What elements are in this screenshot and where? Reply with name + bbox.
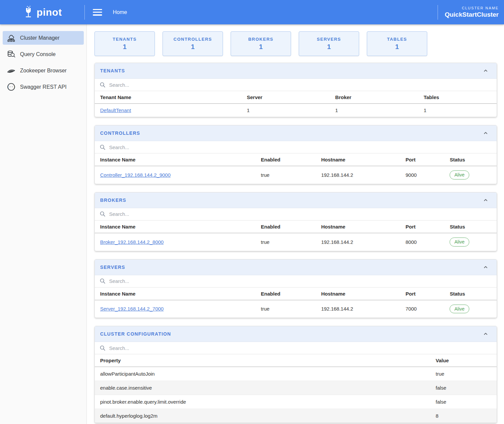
sidebar-item-query-console[interactable]: Query Console <box>3 47 84 61</box>
controller-instance-link[interactable]: Controller_192.168.144.2_9000 <box>100 172 171 178</box>
tenant-link[interactable]: DefaultTenant <box>100 107 131 113</box>
column-header: Enabled <box>256 288 316 300</box>
stat-value: 1 <box>123 43 127 51</box>
column-header: Enabled <box>256 153 316 166</box>
cell-enabled: true <box>256 166 316 184</box>
servers-table: Instance Name Enabled Hostname Port Stat… <box>95 288 497 318</box>
sidebar-item-label: Swagger REST API <box>20 84 66 90</box>
column-header: Status <box>444 153 497 166</box>
broker-instance-link[interactable]: Broker_192.168.144.2_8000 <box>100 239 164 245</box>
cluster-configuration-section: CLUSTER CONFIGURATION Property Value all… <box>94 326 497 423</box>
cell-hostname: 192.168.144.2 <box>316 233 400 251</box>
cell-enabled: true <box>256 300 316 318</box>
tenants-search-input[interactable] <box>109 82 492 88</box>
cell-hostname: 192.168.144.2 <box>316 300 400 318</box>
menu-hamburger-icon[interactable] <box>93 9 102 16</box>
table-header-row: Property Value <box>95 354 497 367</box>
stat-value: 1 <box>395 43 399 51</box>
column-header: Broker <box>330 91 418 104</box>
column-header: Tables <box>418 91 497 104</box>
stat-card-tables[interactable]: TABLES 1 <box>367 31 427 56</box>
cell-value: true <box>430 367 497 381</box>
status-badge: Alive <box>450 305 469 314</box>
column-header: Instance Name <box>95 288 256 300</box>
column-header: Status <box>444 288 497 300</box>
search-icon <box>99 345 106 351</box>
tenants-section-header[interactable]: TENANTS <box>95 63 497 79</box>
table-row: default.hyperloglog.log2m 8 <box>95 409 497 423</box>
sidebar-item-cluster-manager[interactable]: Cluster Manager <box>3 31 84 45</box>
servers-section-header[interactable]: SERVERS <box>95 260 497 275</box>
status-badge: Alive <box>450 170 469 179</box>
cluster-name-value: QuickStartCluster <box>445 11 499 18</box>
sidebar-item-swagger-rest-api[interactable]: {··} Swagger REST API <box>3 80 84 94</box>
cluster-configuration-section-header[interactable]: CLUSTER CONFIGURATION <box>95 326 497 342</box>
brokers-table: Instance Name Enabled Hostname Port Stat… <box>95 221 497 251</box>
brokers-search-row <box>95 208 497 221</box>
home-link[interactable]: Home <box>113 9 127 15</box>
svg-text:{··}: {··} <box>7 85 16 89</box>
sidebar-item-zookeeper-browser[interactable]: Zookeeper Browser <box>3 64 84 77</box>
cell-value: 8 <box>430 409 497 423</box>
column-header: Hostname <box>316 288 400 300</box>
table-row: Controller_192.168.144.2_9000 true 192.1… <box>95 166 497 184</box>
table-row: pinot.broker.enable.query.limit.override… <box>95 395 497 409</box>
column-header: Instance Name <box>95 221 256 233</box>
cell-property: pinot.broker.enable.query.limit.override <box>95 395 430 409</box>
stat-card-tenants[interactable]: TENANTS 1 <box>94 31 155 56</box>
header-divider <box>84 5 85 20</box>
servers-search-input[interactable] <box>109 278 492 284</box>
swagger-icon: {··} <box>7 82 16 91</box>
stat-card-controllers[interactable]: CONTROLLERS 1 <box>163 31 223 56</box>
cluster-config-search-input[interactable] <box>109 345 492 351</box>
cell-broker-count: 1 <box>330 104 418 117</box>
controllers-search-input[interactable] <box>109 144 492 150</box>
cell-tables-count: 1 <box>418 104 497 117</box>
cluster-name-block: CLUSTER NAME QuickStartCluster <box>438 6 504 18</box>
pinot-logo[interactable]: pinot <box>0 0 84 24</box>
cell-property: default.hyperloglog.log2m <box>95 409 430 423</box>
controllers-search-row <box>95 141 497 153</box>
sidebar-item-label: Zookeeper Browser <box>20 68 67 74</box>
table-row: Broker_192.168.144.2_8000 true 192.168.1… <box>95 233 497 251</box>
stat-label: BROKERS <box>248 37 274 42</box>
controllers-section-header[interactable]: CONTROLLERS <box>95 125 497 141</box>
table-row: Server_192.168.144.2_7000 true 192.168.1… <box>95 300 497 318</box>
section-title: CLUSTER CONFIGURATION <box>100 331 171 337</box>
cluster-name-label: CLUSTER NAME <box>445 6 499 10</box>
app-bar: pinot Home CLUSTER NAME QuickStartCluste… <box>0 0 504 24</box>
column-header: Server <box>241 91 330 104</box>
collapse-chevron-icon[interactable] <box>483 130 489 136</box>
cell-value: false <box>430 381 497 395</box>
cell-hostname: 192.168.144.2 <box>316 166 400 184</box>
tenants-table: Tenant Name Server Broker Tables Default… <box>95 91 497 117</box>
collapse-chevron-icon[interactable] <box>483 331 489 337</box>
controllers-table: Instance Name Enabled Hostname Port Stat… <box>95 153 497 184</box>
zookeeper-icon <box>7 66 16 75</box>
stat-label: CONTROLLERS <box>174 37 212 42</box>
brokers-section: BROKERS Instance Name Enabled Hostname P… <box>94 192 497 251</box>
cell-port: 9000 <box>400 166 444 184</box>
column-header: Instance Name <box>95 153 256 166</box>
column-header: Port <box>400 153 444 166</box>
cluster-manager-icon <box>7 33 16 42</box>
column-header: Port <box>400 221 444 233</box>
column-header: Hostname <box>316 221 400 233</box>
stat-label: TABLES <box>387 37 407 42</box>
table-header-row: Tenant Name Server Broker Tables <box>95 91 497 104</box>
server-instance-link[interactable]: Server_192.168.144.2_7000 <box>100 306 164 312</box>
collapse-chevron-icon[interactable] <box>483 197 489 203</box>
collapse-chevron-icon[interactable] <box>483 264 489 270</box>
cell-enabled: true <box>256 233 316 251</box>
brokers-section-header[interactable]: BROKERS <box>95 192 497 208</box>
stat-card-brokers[interactable]: BROKERS 1 <box>231 31 291 56</box>
search-icon <box>99 278 106 284</box>
section-title: SERVERS <box>100 265 125 270</box>
sidebar: Cluster Manager Query Console Zookeeper … <box>0 24 87 424</box>
stat-card-servers[interactable]: SERVERS 1 <box>299 31 359 56</box>
column-header: Status <box>444 221 497 233</box>
servers-section: SERVERS Instance Name Enabled Hostname P… <box>94 259 497 318</box>
controllers-section: CONTROLLERS Instance Name Enabled Hostna… <box>94 125 497 184</box>
brokers-search-input[interactable] <box>109 211 492 217</box>
collapse-chevron-icon[interactable] <box>483 68 489 74</box>
